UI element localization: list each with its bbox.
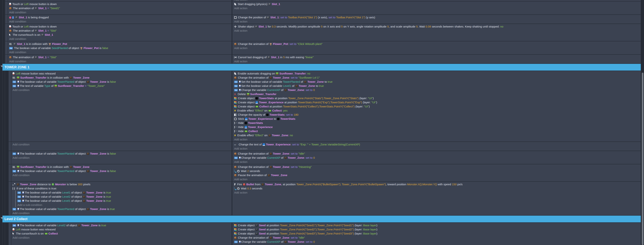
add-action-button[interactable]: Add action [234,147,641,151]
condition-line[interactable]: Sunflower_Transfer is in collision with … [12,165,230,169]
condition-line[interactable]: The text of variable Type of Sunflower_T… [12,84,230,88]
sub-condition-line[interactable]: The boolean value of variable Level2 of … [18,195,230,199]
action-line[interactable]: Pause the animation of Tower_Zone [234,173,641,177]
add-condition-button[interactable]: Add condition [9,59,230,63]
group-collapse-arrow[interactable] [0,217,3,219]
event-grip[interactable] [5,24,8,41]
condition-line[interactable]: The cursor/touch is on Slot_1 [9,33,230,37]
condition-line[interactable]: The boolean value of variable TowerPlant… [12,169,230,173]
group-collapse-arrow[interactable] [0,65,3,67]
condition-line[interactable]: Sunflower_Transfer is in collision with … [12,76,230,80]
action-line[interactable]: Change the position of Slot_1: set to To… [234,15,641,19]
action-line[interactable]: Enable effect "Effect" on Tower_Zone: no [234,133,641,137]
action-line[interactable]: Change the animation of Tower_Zone: set … [234,236,641,240]
action-line[interactable]: Change the animation of Tower_Zone: set … [234,165,641,169]
action-line[interactable]: Enable automatic dragging on Sunflower_T… [234,71,641,76]
add-action-button[interactable]: Add action [234,6,641,10]
event-grip[interactable] [8,182,12,215]
action-line[interactable]: Wait 2 seconds [234,169,641,173]
condition-line[interactable]: The boolean value of variable TowerPlant… [12,152,230,156]
action-line[interactable]: Shake object Slot_1 for 0.3 seconds. Mod… [234,24,641,29]
action-line[interactable]: Change the variable CurrentXP of Tower_Z… [234,88,641,92]
add-action-button[interactable]: Add action [234,177,641,181]
add-sub-condition-button[interactable]: Add a sub-condition [18,203,230,207]
action-line[interactable]: Delete Sunflower_Transfer [234,92,641,96]
sub-condition-line[interactable]: The boolean value of variable Level1 of … [18,199,230,203]
action-line[interactable]: Create object Tower_Experience at positi… [234,100,641,104]
event-group-header[interactable]: Level 2 Collect [2,216,641,222]
action-line[interactable]: Fire Bullet from Tower_Zone, at position… [234,182,641,186]
add-condition-button[interactable]: Add condition [9,37,230,41]
action-line[interactable]: Cancel last dragging of Slot_1 in 5 ms w… [234,55,641,59]
event-grip[interactable] [8,151,12,164]
condition-line[interactable]: Left mouse button was released [12,228,230,232]
condition-line[interactable]: Slot_1 is in collision with Flower_Pot [9,42,230,46]
event-grip[interactable] [5,55,8,63]
action-line[interactable]: Stick Tower_Experience to TowerStats [234,117,641,121]
add-condition-button[interactable]: Add condition [12,173,230,177]
action-line[interactable]: Hide TowerStats [234,121,641,125]
action-line[interactable]: Change the animation of Tower_Zone: set … [234,76,641,80]
action-line[interactable]: Hide Tower_Experience [234,125,641,129]
event-grip[interactable] [5,15,8,23]
sub-condition-line[interactable]: The boolean value of variable Level1 of … [18,191,230,195]
add-condition-button[interactable]: Add condition [9,19,230,23]
action-line[interactable]: Wait 0.3 seconds [234,186,641,191]
condition-line[interactable]: Slot_1 is being dragged [9,15,230,19]
add-action-button[interactable]: Add action [234,244,641,245]
action-line[interactable]: Set the boolean value of variable Level1… [234,84,641,88]
event-grip[interactable] [8,71,12,142]
action-line[interactable]: Set the boolean value of variable TowerP… [234,80,641,84]
condition-line[interactable]: Left mouse button was released [12,71,230,76]
add-condition-button[interactable]: Add condition [12,88,230,92]
action-line[interactable]: Create object Collect at position TowerS… [234,104,641,109]
add-action-button[interactable]: Add action [234,0,641,1]
action-line[interactable]: Create object TowerStats at position Tow… [234,96,641,100]
add-action-button[interactable]: Add action [234,137,641,142]
event-grip[interactable] [8,164,12,181]
action-line[interactable]: Change the text of Tower_Experience: set… [234,142,641,147]
condition-line[interactable]: Touch or Left mouse button is down [9,24,230,29]
add-action-button[interactable]: Add action [234,59,641,63]
add-action-button[interactable]: Add action [234,46,641,50]
condition-line[interactable]: Tower_Zone distance to Monster is below … [12,182,230,186]
action-line[interactable]: Change the animation of Tower_Zone: set … [234,152,641,156]
event-grip[interactable] [5,41,8,54]
condition-line[interactable]: The boolean value of variable SeedPlante… [9,46,230,50]
event-grip[interactable] [5,0,8,1]
event-grip[interactable] [8,142,12,151]
add-condition-button[interactable]: Add condition [12,236,230,240]
condition-line[interactable]: Touch or Left mouse button is down [9,2,230,6]
scrollbar-thumb[interactable] [642,73,644,245]
add-action-button[interactable]: Add action [234,191,641,195]
condition-line[interactable]: The boolean value of variable TowerPlant… [12,207,230,211]
condition-line[interactable]: The boolean value of variable TowerPlant… [12,80,230,84]
condition-line[interactable]: The animation of Slot_1 = "Slot" [9,29,230,33]
action-line[interactable]: Create object Seed at position Tower_Zon… [234,232,641,236]
add-condition-button[interactable]: Add condition [12,211,230,215]
event-grip[interactable] [8,223,12,245]
action-line[interactable]: Change the animation of Flower_Pot: set … [234,42,641,46]
condition-line[interactable]: The animation of Slot_1 = "Seed1" [9,6,230,10]
action-line[interactable]: Change the variable CurrentXP of Tower_Z… [234,240,641,244]
action-line[interactable]: Change the opacity of TowerStats: set to… [234,113,641,117]
action-line[interactable]: Create object Seed at position Tower_Zon… [234,228,641,232]
condition-line[interactable]: The cursor/touch is on Collect [12,232,230,236]
vertical-scrollbar[interactable] [641,0,644,245]
add-condition-button[interactable]: Add condition [9,10,230,14]
action-line[interactable]: Start dragging (physics) Slot_1 [234,2,641,6]
action-line[interactable]: Enable effect "Effect" on Collect: yes [234,109,641,113]
event-grip[interactable] [5,1,8,14]
action-line[interactable]: Change the variable CurrentXP of Tower_Z… [234,156,641,160]
add-action-button[interactable]: Add action [234,29,641,33]
add-condition-button[interactable]: Add condition [9,50,230,54]
condition-line[interactable]: The boolean value of variable Level2 of … [12,223,230,228]
add-condition-button[interactable]: Add condition [12,142,230,147]
condition-line[interactable]: If one of these conditions is true: [12,186,230,191]
action-line[interactable]: Create object Seed at position Tower_Zon… [234,223,641,228]
add-action-button[interactable]: Add action [234,160,641,164]
condition-line[interactable]: The animation of Slot_1 = "Slot" [9,55,230,59]
action-line[interactable]: Hide Collect [234,129,641,133]
add-action-button[interactable]: Add action [234,19,641,23]
add-condition-button[interactable]: Add condition [12,156,230,160]
